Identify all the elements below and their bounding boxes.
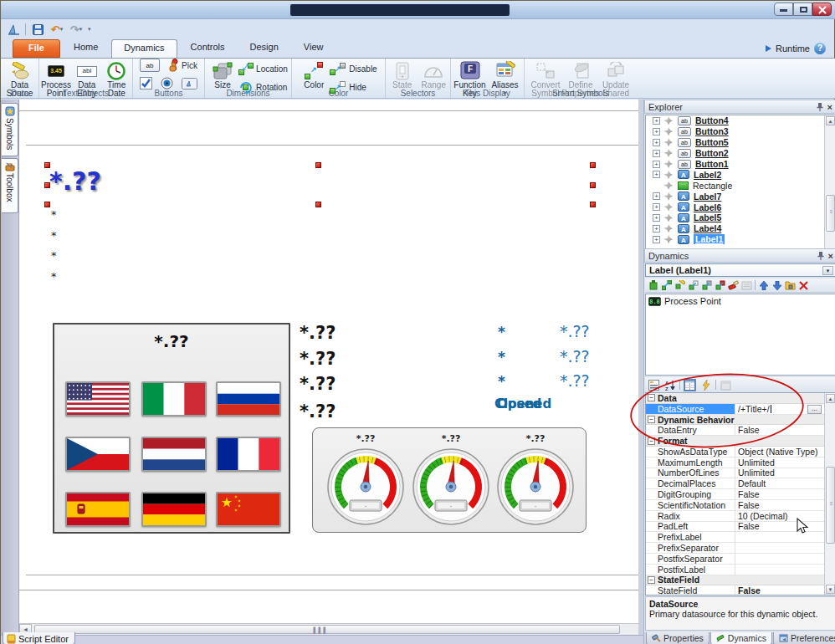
process-point-value[interactable]: *.?? [300, 374, 336, 394]
selection-handle[interactable] [44, 202, 50, 207]
titlebar[interactable] [1, 1, 835, 19]
collapse-icon[interactable]: − [648, 437, 655, 445]
property-row-scientificnotation[interactable]: ScientificNotationFalse [646, 500, 835, 511]
pin-icon[interactable] [817, 251, 825, 260]
explorer-item-rectangle[interactable]: +Rectangle [646, 180, 835, 191]
property-row-radix[interactable]: Radix10 (Decimal) [646, 511, 835, 522]
expander-icon[interactable]: + [653, 161, 660, 168]
design-canvas[interactable]: *.?? **** *.?? *.??*.??*.??*.?? **.??**.… [19, 100, 638, 623]
property-value[interactable]: False [735, 425, 835, 435]
scroll-up-icon[interactable]: ▲ [826, 116, 835, 125]
size-dynamic-icon[interactable] [688, 280, 699, 291]
close-button[interactable] [812, 3, 832, 16]
save-icon[interactable] [30, 23, 45, 36]
gauge-2[interactable]: - [411, 445, 491, 534]
status-value[interactable]: *.?? [560, 322, 590, 340]
sort-alphabetical-icon[interactable]: AZ [663, 379, 676, 391]
flag-button-spain[interactable] [65, 492, 131, 527]
expander-icon[interactable]: + [653, 225, 660, 233]
property-row-numberoflines[interactable]: NumberOfLinesUnlimited [646, 468, 835, 479]
security-icon[interactable] [785, 280, 796, 291]
explorer-item-label5[interactable]: +ALabel5 [646, 212, 835, 223]
color-button[interactable]: ↗ Color [300, 60, 328, 89]
property-value[interactable]: Default [735, 478, 835, 488]
flag-button-netherlands[interactable] [141, 437, 207, 472]
close-panel-icon[interactable]: × [827, 103, 832, 111]
categorized-icon[interactable] [648, 379, 660, 391]
flags-panel[interactable]: *.?? [53, 323, 290, 534]
explorer-item-label2[interactable]: +ALabel2 [646, 169, 835, 180]
rotation-dynamic-icon[interactable] [674, 280, 685, 291]
property-grid[interactable]: −DataDataSource/+Title+/...−Dynamic Beha… [645, 392, 835, 595]
explorer-item-button2[interactable]: +abButton2 [646, 148, 835, 159]
property-category-data[interactable]: −Data [646, 393, 835, 404]
events-icon[interactable] [699, 379, 712, 391]
tab-properties[interactable]: Properties [646, 632, 709, 644]
explorer-scrollbar[interactable]: ▲ ≡ ▼ [824, 115, 835, 259]
tab-preferences[interactable]: Preferences [773, 632, 835, 644]
property-row-postfixseparator[interactable]: PostfixSeparator [646, 554, 835, 565]
tab-file[interactable]: File [13, 39, 60, 58]
property-value[interactable] [735, 543, 835, 553]
add-dynamic-icon[interactable] [648, 280, 658, 291]
explorer-tree[interactable]: +abButton4+abButton3+abButton5+abButton2… [645, 115, 835, 260]
status-star[interactable]: * [498, 373, 505, 390]
define-properties-button[interactable]: Define Properties [564, 60, 597, 98]
disable-button[interactable]: ↗ Disable [330, 62, 377, 75]
explorer-panel-header[interactable]: Explorer × [644, 100, 835, 114]
expander-icon[interactable]: + [653, 203, 660, 211]
help-icon[interactable]: ? [814, 43, 826, 54]
close-panel-icon[interactable]: × [828, 252, 833, 260]
pick-button[interactable]: Pick [166, 59, 197, 72]
property-value[interactable]: False [735, 500, 835, 510]
status-star[interactable]: * [498, 324, 505, 340]
process-point-value[interactable]: *.?? [300, 401, 336, 422]
preview-dynamics-icon[interactable] [741, 280, 752, 291]
collapse-icon[interactable]: − [648, 394, 655, 401]
property-row-digitgrouping[interactable]: DigitGroupingFalse [646, 489, 835, 500]
flag-button-italy[interactable] [141, 381, 207, 417]
pin-icon[interactable] [816, 102, 824, 111]
object-selector-dropdown[interactable]: Label (Label1) ▼ [645, 263, 835, 277]
explorer-item-label4[interactable]: +ALabel4 [646, 223, 835, 234]
selection-handle[interactable] [590, 202, 596, 207]
explorer-item-button1[interactable]: +abButton1 [646, 159, 835, 170]
flag-button-germany[interactable] [141, 492, 207, 527]
explorer-item-button4[interactable]: +abButton4 [646, 115, 835, 126]
property-pages-icon[interactable] [720, 379, 732, 391]
explorer-item-label1[interactable]: +ALabel1 [646, 234, 835, 245]
update-shared-button[interactable]: Update Shared [599, 60, 633, 98]
property-value[interactable]: False [735, 522, 835, 532]
erase-dynamics-icon[interactable] [728, 280, 739, 291]
property-row-datasource[interactable]: DataSource/+Title+/... [646, 404, 835, 415]
expander-icon[interactable]: + [653, 128, 660, 135]
dynamics-panel-header[interactable]: Dynamics × [644, 248, 835, 263]
asterisk-label[interactable]: * [51, 249, 57, 262]
property-value[interactable] [735, 554, 835, 564]
explorer-item-label6[interactable]: +ALabel6 [646, 202, 835, 212]
tab-design[interactable]: Design [238, 39, 290, 58]
status-value[interactable]: *.?? [560, 371, 590, 390]
property-value[interactable] [735, 565, 835, 575]
properties-page-icon[interactable] [684, 379, 696, 391]
property-grid-scrollbar[interactable]: ▲ ≡ ▼ [824, 393, 835, 595]
gauge-3[interactable]: - [495, 445, 576, 534]
tab-dynamics-panel[interactable]: Dynamics [710, 632, 772, 644]
property-value[interactable] [735, 532, 835, 542]
tab-toolbox[interactable]: Toolbox [2, 158, 18, 213]
range-button[interactable]: Range [419, 60, 449, 89]
runtime-control[interactable]: Runtime ? [766, 41, 826, 56]
selection-handle[interactable] [315, 202, 321, 207]
selection-handle[interactable] [315, 162, 321, 168]
property-row-maximumlength[interactable]: MaximumLengthUnlimited [646, 457, 835, 468]
scroll-up-icon[interactable]: ▲ [826, 394, 835, 403]
process-point-value[interactable]: *.?? [300, 323, 336, 343]
dynamics-list-item[interactable]: 8.8 Process Point [646, 294, 835, 308]
explorer-item-label7[interactable]: +ALabel7 [646, 191, 835, 202]
minimize-button[interactable] [774, 3, 793, 16]
asterisk-label[interactable]: * [51, 270, 57, 283]
color-dynamic-icon[interactable] [715, 280, 725, 291]
ellipsis-button[interactable]: ... [807, 405, 822, 414]
expander-icon[interactable]: + [653, 214, 660, 222]
convert-symbol-button[interactable]: Convert Symbol [529, 60, 562, 98]
